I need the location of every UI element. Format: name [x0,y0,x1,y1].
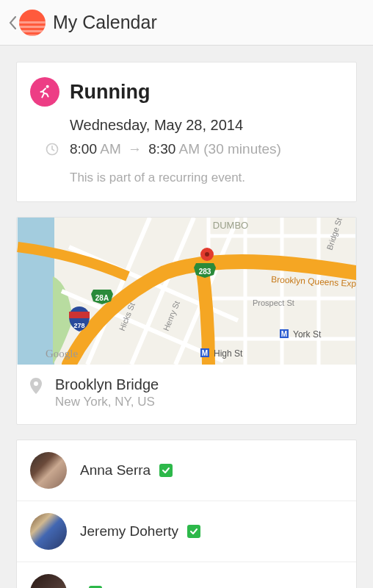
event-time: 8:00 AM → 8:30 AM (30 minutes) [70,141,281,157]
content-area: Running Wednesday, May 28, 2014 8:00 AM … [0,46,373,588]
header-title: My Calendar [53,12,157,33]
svg-text:York St: York St [293,329,322,340]
svg-text:M: M [281,330,287,338]
svg-text:28A: 28A [95,294,109,302]
start-ampm: AM [100,141,121,157]
event-header: Running [30,77,343,107]
svg-point-35 [34,381,38,386]
running-icon [30,77,59,107]
event-date: Wednesday, May 28, 2014 [70,117,343,134]
duration: (30 minutes) [203,141,281,157]
end-time: 8:30 [148,141,175,157]
recurring-note: This is part of a recurring event. [70,171,343,185]
location-pin-icon [30,378,42,394]
start-time: 8:00 [70,141,97,157]
svg-text:283: 283 [199,268,211,276]
svg-text:Prospect St: Prospect St [253,298,294,307]
svg-point-0 [46,85,49,88]
attendee-row[interactable]: Jeremy Doherty [17,501,356,562]
svg-text:M: M [202,349,208,357]
confirmed-check-icon [187,525,200,538]
svg-text:Google: Google [46,348,79,359]
location-name: Brooklyn Bridge [55,376,159,393]
event-title: Running [70,81,150,104]
attendee-name: Anna Serra [80,462,151,478]
app-header: My Calendar [0,0,373,46]
arrow-icon: → [128,141,142,157]
attendee-row[interactable]: Anna Serra [17,440,356,501]
attendees-card: Anna Serra Jeremy Doherty [16,440,357,588]
attendee-name: Jeremy Doherty [80,523,178,539]
location-info[interactable]: Brooklyn Bridge New York, NY, US [17,365,356,424]
app-logo-icon[interactable] [19,10,46,36]
clock-icon [45,142,59,157]
svg-point-17 [205,252,209,257]
confirmed-check-icon [159,464,173,477]
svg-rect-20 [69,312,90,318]
avatar [30,513,67,550]
event-time-row: 8:00 AM → 8:30 AM (30 minutes) [45,141,343,157]
location-card: 283 28A 278 M M DUMBO Brooklyn Que [16,217,357,425]
event-card: Running Wednesday, May 28, 2014 8:00 AM … [16,62,357,202]
avatar [30,574,67,588]
location-sub: New York, NY, US [55,395,159,409]
end-ampm: AM [179,141,200,157]
svg-text:278: 278 [73,322,84,329]
attendee-row[interactable] [17,562,356,588]
avatar [30,452,67,489]
back-chevron-icon[interactable] [9,16,16,29]
map-view[interactable]: 283 28A 278 M M DUMBO Brooklyn Que [17,218,356,365]
svg-text:High St: High St [214,348,243,359]
svg-text:DUMBO: DUMBO [213,220,248,231]
